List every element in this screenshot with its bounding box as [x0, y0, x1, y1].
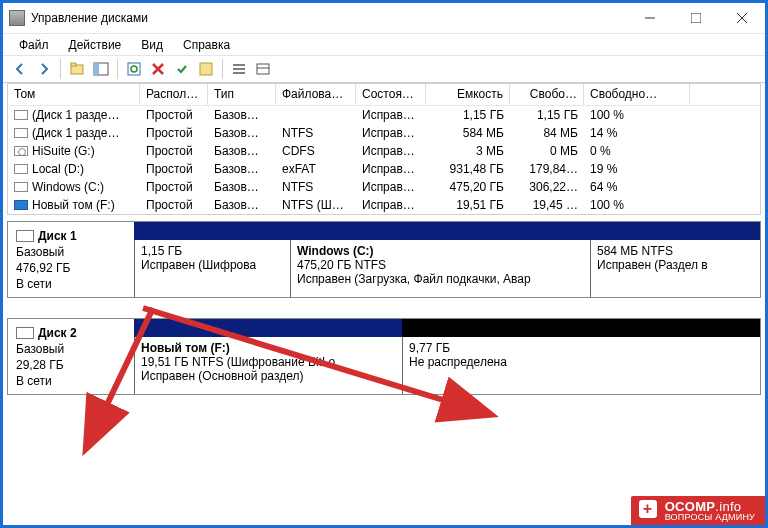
col-freepct[interactable]: Свободно… — [584, 84, 690, 105]
partition-name: Windows (C:) — [297, 244, 584, 258]
table-cell: Простой — [140, 143, 208, 159]
disk2-type: Базовый — [16, 342, 126, 356]
up-icon[interactable] — [66, 58, 88, 80]
volume-name: (Диск 1 разде… — [32, 108, 120, 122]
disk-icon — [16, 327, 34, 339]
partition-status: Исправен (Загрузка, Файл подкачки, Авар — [297, 272, 584, 286]
menu-view[interactable]: Вид — [131, 36, 173, 54]
volume-icon — [14, 128, 28, 138]
disk-icon — [16, 230, 34, 242]
table-cell: 14 % — [584, 125, 690, 141]
table-cell: Простой — [140, 125, 208, 141]
table-cell: Local (D:) — [8, 161, 140, 177]
save-icon[interactable] — [171, 58, 193, 80]
table-cell: Простой — [140, 179, 208, 195]
partition[interactable]: 1,15 ГБИсправен (Шифрова — [134, 240, 290, 297]
table-row[interactable]: Новый том (F:)ПростойБазов…NTFS (Ш…Испра… — [8, 196, 760, 214]
forward-icon[interactable] — [33, 58, 55, 80]
table-row[interactable]: HiSuite (G:)ПростойБазов…CDFSИсправ…3 МБ… — [8, 142, 760, 160]
table-cell: Базов… — [208, 179, 276, 195]
disk1-header — [134, 222, 760, 240]
minimize-button[interactable] — [627, 3, 673, 33]
titlebar: Управление дисками — [3, 3, 765, 33]
maximize-button[interactable] — [673, 3, 719, 33]
partition-status: Не распределена — [409, 355, 606, 369]
col-fs[interactable]: Файлова… — [276, 84, 356, 105]
disk-map: Диск 1 Базовый 476,92 ГБ В сети 1,15 ГБИ… — [7, 221, 761, 395]
partition[interactable]: Новый том (F:)19,51 ГБ NTFS (Шифрование … — [134, 337, 402, 394]
partition-size: 1,15 ГБ — [141, 244, 284, 258]
app-icon — [9, 10, 25, 26]
table-cell: Простой — [140, 107, 208, 123]
list-icon[interactable] — [228, 58, 250, 80]
menu-help[interactable]: Справка — [173, 36, 240, 54]
table-cell: Исправ… — [356, 143, 426, 159]
table-cell: 19 % — [584, 161, 690, 177]
partition[interactable]: Windows (C:)475,20 ГБ NTFSИсправен (Загр… — [290, 240, 590, 297]
table-cell: HiSuite (G:) — [8, 143, 140, 159]
volumes-table: Том Распол… Тип Файлова… Состоя… Емкость… — [7, 83, 761, 215]
table-cell: Базов… — [208, 125, 276, 141]
properties-icon[interactable] — [195, 58, 217, 80]
partition-size: 19,51 ГБ NTFS (Шифрование BitLo — [141, 355, 396, 369]
partition[interactable]: 584 МБ NTFSИсправен (Раздел в — [590, 240, 748, 297]
disk-row-1[interactable]: Диск 1 Базовый 476,92 ГБ В сети 1,15 ГБИ… — [7, 221, 761, 298]
table-cell: Новый том (F:) — [8, 197, 140, 213]
disk2-header-row — [134, 319, 760, 337]
disk2-status: В сети — [16, 374, 126, 388]
table-cell: exFAT — [276, 161, 356, 177]
disk1-name: Диск 1 — [38, 229, 77, 243]
partition-status: Исправен (Основной раздел) — [141, 369, 396, 383]
table-cell: Базов… — [208, 161, 276, 177]
table-cell: 84 МБ — [510, 125, 584, 141]
table-cell: Исправ… — [356, 125, 426, 141]
close-button[interactable] — [719, 3, 765, 33]
delete-icon[interactable] — [147, 58, 169, 80]
partition[interactable]: 9,77 ГБНе распределена — [402, 337, 612, 394]
details-icon[interactable] — [252, 58, 274, 80]
volume-icon — [14, 182, 28, 192]
disk2-header-black — [402, 319, 760, 337]
watermark-sub: ВОПРОСЫ АДМИНУ — [665, 512, 755, 522]
col-capacity[interactable]: Емкость — [426, 84, 510, 105]
volume-name: Windows (C:) — [32, 180, 104, 194]
table-cell: 179,84… — [510, 161, 584, 177]
toolbar — [3, 55, 765, 83]
table-cell: Простой — [140, 197, 208, 213]
menu-action[interactable]: Действие — [59, 36, 132, 54]
cd-icon — [14, 146, 28, 156]
window-title: Управление дисками — [31, 11, 627, 25]
col-status[interactable]: Состоя… — [356, 84, 426, 105]
table-cell: (Диск 1 разде… — [8, 107, 140, 123]
table-cell: Исправ… — [356, 161, 426, 177]
col-free[interactable]: Свобо… — [510, 84, 584, 105]
table-cell: 0 % — [584, 143, 690, 159]
volume-name: Новый том (F:) — [32, 198, 115, 212]
table-cell: Исправ… — [356, 197, 426, 213]
table-cell: Базов… — [208, 197, 276, 213]
table-row[interactable]: (Диск 1 разде…ПростойБазов…NTFSИсправ…58… — [8, 124, 760, 142]
table-cell: Исправ… — [356, 107, 426, 123]
back-icon[interactable] — [9, 58, 31, 80]
col-type[interactable]: Тип — [208, 84, 276, 105]
svg-rect-5 — [128, 63, 140, 75]
table-cell: NTFS (Ш… — [276, 197, 356, 213]
table-cell: 0 МБ — [510, 143, 584, 159]
table-body: (Диск 1 разде…ПростойБазов…Исправ…1,15 Г… — [8, 106, 760, 214]
table-row[interactable]: Windows (C:)ПростойБазов…NTFSИсправ…475,… — [8, 178, 760, 196]
table-cell: (Диск 1 разде… — [8, 125, 140, 141]
table-cell: 100 % — [584, 197, 690, 213]
partition-size: 475,20 ГБ NTFS — [297, 258, 584, 272]
menu-file[interactable]: Файл — [9, 36, 59, 54]
show-pane-icon[interactable] — [90, 58, 112, 80]
table-row[interactable]: Local (D:)ПростойБазов…exFATИсправ…931,4… — [8, 160, 760, 178]
disk2-name: Диск 2 — [38, 326, 77, 340]
toolbar-separator — [222, 59, 223, 79]
refresh-icon[interactable] — [123, 58, 145, 80]
disk-row-2[interactable]: Диск 2 Базовый 29,28 ГБ В сети Новый том… — [7, 318, 761, 395]
table-row[interactable]: (Диск 1 разде…ПростойБазов…Исправ…1,15 Г… — [8, 106, 760, 124]
col-layout[interactable]: Распол… — [140, 84, 208, 105]
col-volume[interactable]: Том — [8, 84, 140, 105]
table-cell: Базов… — [208, 143, 276, 159]
table-cell: 19,51 ГБ — [426, 197, 510, 213]
